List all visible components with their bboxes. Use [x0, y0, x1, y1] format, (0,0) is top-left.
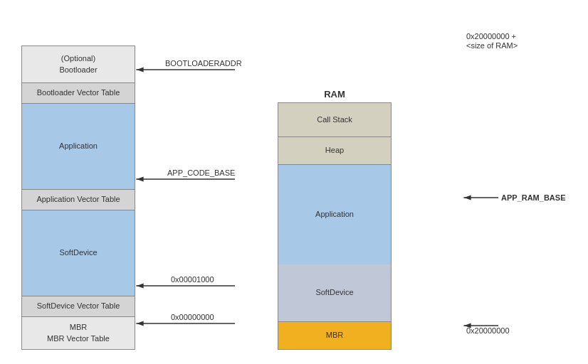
flash-softdevice-label: SoftDevice — [59, 247, 97, 258]
heap-label: Heap — [325, 145, 344, 156]
flash-app-vec-table: Application Vector Table — [21, 189, 135, 210]
ram-callstack: Call Stack — [278, 102, 392, 136]
flash-bootloader-vec: Bootloader Vector Table — [21, 82, 135, 104]
ram-column: Call Stack Heap Application SoftDevice M… — [278, 102, 392, 350]
ram-application: Application — [278, 165, 392, 264]
ram-mbr: MBR — [278, 321, 392, 350]
bootloader-vec-label: Bootloader Vector Table — [37, 87, 120, 98]
flash-application: Application — [21, 104, 135, 189]
app-vec-table-label: Application Vector Table — [36, 194, 120, 205]
ram-mbr-label: MBR — [326, 330, 343, 341]
softdevice-vec-label: SoftDevice Vector Table — [37, 301, 120, 311]
flash-mbr: MBRMBR Vector Table — [21, 317, 135, 350]
flash-softdevice: SoftDevice — [21, 210, 135, 296]
flash-softdevice-vec: SoftDevice Vector Table — [21, 296, 135, 317]
ram-softdevice: SoftDevice — [278, 264, 392, 321]
ram-section: RAM Call Stack Heap Application SoftDevi… — [278, 89, 392, 350]
ram-application-label: Application — [315, 209, 354, 220]
ram-heap: Heap — [278, 136, 392, 165]
optional-bootloader-label: (Optional)Bootloader — [59, 53, 97, 75]
ram-softdevice-label: SoftDevice — [315, 287, 353, 298]
flash-column: (Optional)Bootloader Bootloader Vector T… — [21, 46, 135, 350]
flash-application-label: Application — [59, 141, 98, 151]
ram-title: RAM — [278, 89, 392, 100]
callstack-label: Call Stack — [317, 114, 352, 125]
flash-optional-bootloader: (Optional)Bootloader — [21, 46, 135, 82]
mbr-label: MBRMBR Vector Table — [47, 322, 110, 344]
